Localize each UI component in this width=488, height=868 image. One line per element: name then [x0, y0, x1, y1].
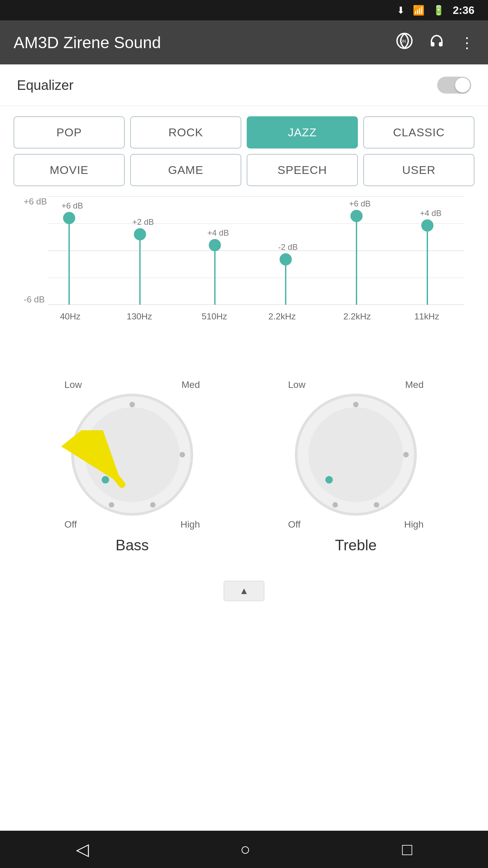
treble-label: Treble [335, 537, 377, 554]
eq-band-130hz[interactable]: +2 dB [139, 234, 141, 305]
eq-band-11khz-2[interactable]: +4 dB [427, 225, 428, 305]
expand-button-area: ▲ [0, 574, 488, 608]
bass-med-label: Med [182, 379, 200, 390]
nav-home-icon[interactable]: ○ [240, 840, 250, 859]
bass-label: Bass [116, 537, 149, 554]
knob-section: Low Med Off High Bass [0, 366, 488, 567]
classic-button[interactable]: CLASSIC [363, 116, 474, 149]
eq-band-11khz-1[interactable]: +6 dB [356, 216, 357, 305]
equalizer-header: Equalizer [0, 64, 488, 106]
app-title: AM3D Zirene Sound [14, 33, 395, 52]
db-bottom-label: -6 dB [24, 294, 45, 305]
treble-labels-bottom: Off High [281, 519, 430, 530]
battery-icon: 🔋 [433, 5, 445, 16]
more-options-icon[interactable]: ⋮ [460, 34, 474, 51]
jazz-button[interactable]: JAZZ [247, 116, 358, 149]
bluetooth-icon: ⬇ [397, 5, 405, 16]
wifi-icon: 📶 [413, 5, 425, 16]
bass-knob-container: Low Med Off High Bass [58, 379, 207, 554]
treble-low-label: Low [288, 379, 305, 390]
treble-knob-container: Low Med Off High Treble [281, 379, 430, 554]
bass-knob[interactable] [71, 394, 193, 516]
treble-knob[interactable] [295, 394, 417, 516]
db-top-label: +6 dB [24, 196, 47, 207]
main-content: Equalizer POP ROCK JAZZ CLASSIC MOVIE GA… [0, 64, 488, 831]
user-button[interactable]: USER [363, 154, 474, 186]
equalizer-toggle[interactable] [437, 77, 471, 94]
pop-button[interactable]: POP [14, 116, 125, 149]
treble-indicator [325, 476, 333, 484]
treble-med-label: Med [405, 379, 424, 390]
app-bar-actions: ON ⋮ [395, 32, 474, 54]
game-button[interactable]: GAME [130, 154, 241, 186]
expand-button[interactable]: ▲ [224, 581, 264, 601]
svg-text:ON: ON [400, 39, 406, 44]
nav-back-icon[interactable]: ◁ [76, 840, 89, 859]
treble-off-label: Off [288, 519, 301, 530]
expand-icon: ▲ [239, 586, 249, 596]
status-bar: ⬇ 📶 🔋 2:36 [0, 0, 488, 20]
treble-labels-top: Low Med [281, 379, 430, 390]
eq-band-40hz[interactable]: +6 dB [68, 218, 70, 305]
bass-labels-bottom: Off High [58, 519, 207, 530]
bass-low-label: Low [64, 379, 82, 390]
treble-knob-inner [308, 407, 403, 502]
eq-chart: +6 dB -6 dB +6 dB 40Hz +2 dB [0, 190, 488, 352]
bass-labels-top: Low Med [58, 379, 207, 390]
speech-button[interactable]: SPEECH [247, 154, 358, 186]
treble-high-label: High [404, 519, 424, 530]
eq-band-510hz[interactable]: +4 dB [214, 245, 216, 305]
nav-recent-icon[interactable]: □ [402, 840, 412, 859]
genre-buttons: POP ROCK JAZZ CLASSIC MOVIE GAME SPEECH … [0, 106, 488, 190]
on-icon[interactable]: ON [395, 32, 414, 54]
genre-row-2: MOVIE GAME SPEECH USER [14, 154, 474, 186]
bass-off-label: Off [64, 519, 77, 530]
bass-knob-inner [85, 407, 180, 502]
bass-indicator [102, 476, 109, 484]
rock-button[interactable]: ROCK [130, 116, 241, 149]
genre-row-1: POP ROCK JAZZ CLASSIC [14, 116, 474, 149]
movie-button[interactable]: MOVIE [14, 154, 125, 186]
eq-band-2200hz[interactable]: -2 dB [285, 259, 286, 305]
app-bar: AM3D Zirene Sound ON ⋮ [0, 20, 488, 64]
headphones-icon[interactable] [427, 32, 446, 54]
status-time: 2:36 [453, 4, 474, 17]
nav-bar: ◁ ○ □ [0, 831, 488, 868]
bass-high-label: High [180, 519, 200, 530]
equalizer-label: Equalizer [17, 78, 437, 93]
